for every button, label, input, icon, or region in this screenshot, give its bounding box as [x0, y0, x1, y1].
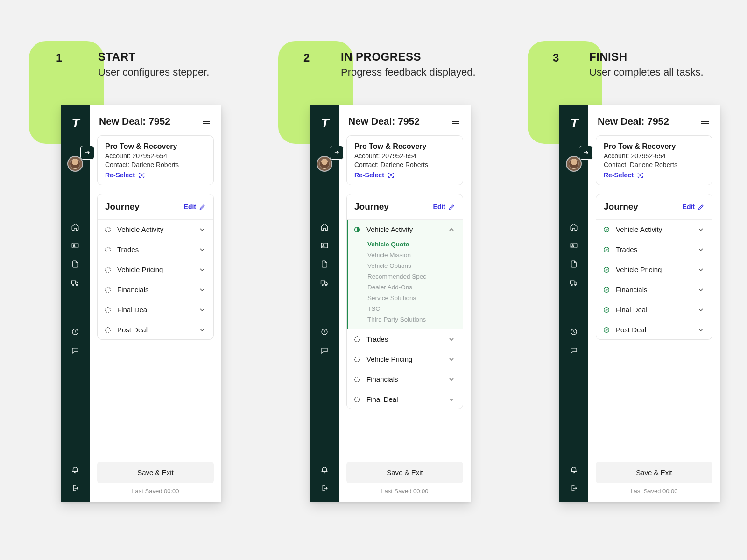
journey-item[interactable]: Vehicle Activity [98, 220, 213, 239]
status-complete-icon [603, 246, 610, 253]
page-title: New Deal: 7952 [348, 116, 420, 127]
journey-item-label: Post Deal [616, 326, 691, 334]
menu-button[interactable] [201, 116, 212, 127]
menu-button[interactable] [699, 116, 711, 127]
svg-point-7 [106, 247, 111, 252]
arrow-right-icon [333, 149, 340, 156]
menu-button[interactable] [450, 116, 461, 127]
journey-item[interactable]: Post Deal [596, 319, 712, 339]
chat-icon[interactable] [320, 346, 329, 355]
expand-sidebar-button[interactable] [579, 146, 593, 160]
step-title: IN PROGRESS [341, 50, 476, 63]
journey-subitem[interactable]: Vehicle Mission [367, 250, 455, 260]
bell-icon[interactable] [569, 465, 578, 474]
journey-subitem[interactable]: TSC [367, 303, 455, 314]
journey-item[interactable]: Financials [596, 279, 712, 299]
sidebar-divider [318, 301, 331, 301]
journey-item[interactable]: Vehicle Pricing [98, 259, 213, 279]
svg-point-17 [390, 174, 392, 175]
journey-item-active[interactable]: Vehicle Activity [347, 220, 463, 239]
journey-item[interactable]: Trades [98, 239, 213, 259]
journey-subitem[interactable]: Third Party Solutions [367, 314, 455, 325]
journey-item[interactable]: Vehicle Pricing [347, 349, 463, 369]
chevron-down-icon [697, 226, 705, 233]
arrow-right-icon [583, 149, 589, 156]
edit-journey-link[interactable]: Edit [433, 203, 455, 210]
status-pending-icon [104, 226, 112, 233]
customer-contact: Contact: Darlene Roberts [105, 161, 206, 168]
contact-card-icon[interactable] [70, 241, 80, 250]
journey-subitem[interactable]: Service Solutions [367, 293, 455, 303]
journey-item[interactable]: Final Deal [347, 389, 463, 409]
bell-icon[interactable] [70, 465, 80, 474]
clock-icon[interactable] [569, 327, 578, 336]
customer-contact: Contact: Darlene Roberts [604, 161, 705, 168]
step-number: 3 [553, 51, 559, 64]
document-icon[interactable] [70, 259, 80, 269]
journey-subitem[interactable]: Recommended Spec [367, 271, 455, 282]
svg-point-24 [572, 245, 573, 246]
edit-journey-link[interactable]: Edit [683, 203, 705, 210]
last-saved-label: Last Saved 00:00 [596, 488, 712, 495]
journey-subitem[interactable]: Vehicle Options [367, 260, 455, 271]
journey-item[interactable]: Final Deal [596, 299, 712, 319]
svg-point-11 [106, 327, 111, 332]
logout-icon[interactable] [70, 483, 80, 493]
save-exit-button[interactable]: Save & Exit [346, 462, 463, 483]
logout-icon[interactable] [569, 483, 578, 493]
chevron-down-icon [198, 246, 206, 253]
chat-icon[interactable] [70, 346, 80, 355]
journey-item[interactable]: Trades [596, 239, 712, 259]
document-icon[interactable] [569, 259, 578, 269]
chat-icon[interactable] [569, 346, 578, 355]
step-subtitle: User configures stepper. [98, 66, 209, 78]
reselect-link[interactable]: Re-Select [105, 171, 145, 179]
contact-card-icon[interactable] [320, 241, 329, 250]
bell-icon[interactable] [320, 465, 329, 474]
pencil-icon [698, 203, 705, 210]
status-pending-icon [353, 336, 361, 343]
journey-subitem[interactable]: Dealer Add-Ons [367, 282, 455, 293]
journey-item[interactable]: Final Deal [98, 299, 213, 319]
sidebar: T [559, 105, 588, 502]
reselect-link[interactable]: Re-Select [354, 171, 395, 179]
reselect-link[interactable]: Re-Select [604, 171, 644, 179]
expand-sidebar-button[interactable] [80, 146, 94, 160]
edit-journey-link[interactable]: Edit [184, 203, 206, 210]
svg-point-22 [355, 397, 360, 402]
hamburger-icon [201, 116, 212, 127]
journey-item[interactable]: Vehicle Pricing [596, 259, 712, 279]
journey-item[interactable]: Financials [98, 279, 213, 299]
journey-item[interactable]: Financials [347, 369, 463, 389]
last-saved-label: Last Saved 00:00 [346, 488, 463, 495]
clock-icon[interactable] [70, 327, 80, 336]
svg-point-25 [571, 284, 573, 286]
status-inprogress-icon [353, 226, 361, 233]
truck-icon[interactable] [70, 278, 80, 287]
scan-icon [637, 172, 644, 179]
journey-item[interactable]: Post Deal [98, 319, 213, 339]
truck-icon[interactable] [569, 278, 578, 287]
save-exit-button[interactable]: Save & Exit [596, 462, 712, 483]
journey-item-label: Final Deal [366, 395, 442, 403]
chevron-down-icon [697, 326, 705, 334]
journey-item[interactable]: Vehicle Activity [596, 220, 712, 239]
expand-sidebar-button[interactable] [330, 146, 344, 160]
customer-name: Pro Tow & Recovery [604, 142, 705, 151]
svg-point-14 [322, 284, 324, 286]
logout-icon[interactable] [320, 483, 329, 493]
customer-info-card: Pro Tow & Recovery Account: 207952-654 C… [97, 135, 214, 185]
home-icon[interactable] [70, 222, 80, 231]
home-icon[interactable] [320, 222, 329, 231]
contact-card-icon[interactable] [569, 241, 578, 250]
home-icon[interactable] [569, 222, 578, 231]
journey-card: Journey Edit Vehicle Activity Trades [97, 194, 214, 340]
clock-icon[interactable] [320, 327, 329, 336]
svg-point-20 [355, 357, 360, 362]
truck-icon[interactable] [320, 278, 329, 287]
save-exit-button[interactable]: Save & Exit [97, 462, 214, 483]
journey-item[interactable]: Trades [347, 329, 463, 349]
document-icon[interactable] [320, 259, 329, 269]
journey-subitem[interactable]: Vehicle Quote [367, 239, 455, 250]
journey-item-label: Financials [366, 375, 442, 383]
